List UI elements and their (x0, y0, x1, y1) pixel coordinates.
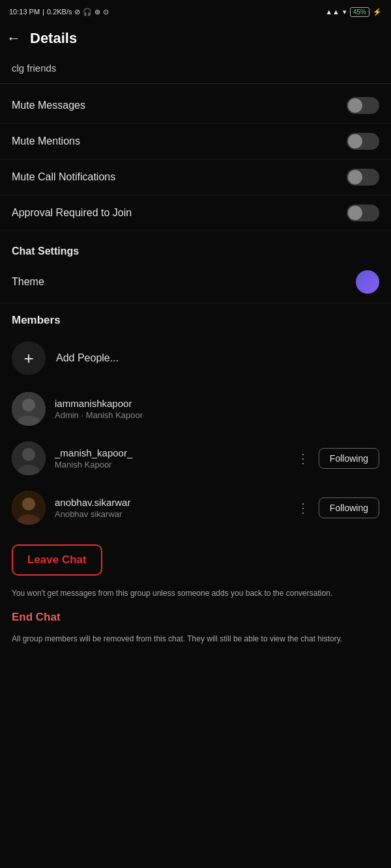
member-subtext: Manish Kapoor (55, 460, 285, 469)
theme-label: Theme (12, 276, 44, 288)
theme-row[interactable]: Theme (0, 261, 391, 303)
add-people-label: Add People... (56, 352, 119, 364)
svg-point-1 (22, 399, 35, 412)
instagram-icon: ⊙ (103, 8, 109, 16)
approval-label: Approval Required to Join (12, 207, 132, 219)
end-chat-section: End Chat (0, 599, 391, 626)
status-bar: 10:13 PM | 0.2KB/s ⊘ 🎧 ⊛ ⊙ ▲▲ ▾ 45% ⚡ (0, 0, 391, 23)
mute-messages-label: Mute Messages (12, 100, 85, 111)
back-button[interactable]: ← (7, 31, 21, 46)
end-chat-button[interactable]: End Chat (12, 611, 61, 623)
end-chat-description: All group members will be removed from t… (0, 626, 391, 645)
member-options-button[interactable]: ⋮ (294, 448, 312, 469)
avatar (12, 441, 46, 475)
avatar (12, 491, 46, 525)
member-row: iammanishkapoor Admin · Manish Kapoor (0, 384, 391, 434)
battery-icon: 45% (350, 7, 369, 17)
theme-color-indicator (356, 270, 379, 294)
member-actions: ⋮ Following (294, 448, 379, 469)
member-username: _manish_kapoor_ (55, 447, 285, 458)
member-subtext: Anobhav sikarwar (55, 509, 285, 519)
mute-mentions-row: Mute Mentions (0, 124, 391, 160)
page-title: Details (30, 30, 77, 47)
svg-point-4 (22, 448, 35, 461)
member-actions: ⋮ Following (294, 497, 379, 518)
status-left: 10:13 PM | 0.2KB/s ⊘ 🎧 ⊛ ⊙ (9, 8, 109, 16)
mute-messages-row: Mute Messages (0, 88, 391, 124)
headphone-icon: 🎧 (83, 8, 92, 16)
leave-chat-section: Leave Chat (0, 533, 391, 581)
network-icon: ⊘ (74, 8, 80, 16)
mute-calls-toggle[interactable] (347, 169, 379, 186)
member-row: _manish_kapoor_ Manish Kapoor ⋮ Followin… (0, 434, 391, 483)
status-network: | (42, 8, 44, 16)
member-username: anobhav.sikarwar (55, 497, 285, 508)
add-icon: + (12, 341, 46, 375)
settings-section: Mute Messages Mute Mentions Mute Call No… (0, 84, 391, 235)
svg-point-7 (22, 497, 35, 511)
leave-chat-description: You won't get messages from this group u… (0, 581, 391, 599)
wifi-icon: ▾ (343, 8, 347, 16)
group-name-section: clg friends (0, 56, 391, 84)
member-username: iammanishkapoor (55, 398, 379, 409)
mute-calls-row: Mute Call Notifications (0, 160, 391, 195)
member-info: anobhav.sikarwar Anobhav sikarwar (55, 497, 285, 519)
header: ← Details (0, 23, 391, 56)
members-header: Members (0, 303, 391, 332)
status-speed: 0.2KB/s (47, 8, 72, 16)
group-name: clg friends (12, 63, 56, 74)
following-button[interactable]: Following (319, 448, 379, 469)
approval-toggle[interactable] (347, 204, 379, 221)
charging-icon: ⚡ (373, 8, 382, 16)
chat-settings-header: Chat Settings (0, 235, 391, 261)
status-time: 10:13 PM (9, 8, 40, 16)
member-info: iammanishkapoor Admin · Manish Kapoor (55, 398, 379, 420)
signal-icon: ▲▲ (325, 8, 340, 16)
member-options-button[interactable]: ⋮ (294, 497, 312, 518)
following-button[interactable]: Following (319, 497, 379, 518)
leave-chat-button[interactable]: Leave Chat (12, 544, 102, 576)
member-row: anobhav.sikarwar Anobhav sikarwar ⋮ Foll… (0, 483, 391, 533)
mute-calls-label: Mute Call Notifications (12, 171, 115, 183)
mute-mentions-label: Mute Mentions (12, 135, 80, 147)
approval-row: Approval Required to Join (0, 195, 391, 231)
add-people-row[interactable]: + Add People... (0, 332, 391, 384)
avatar (12, 392, 46, 426)
mute-mentions-toggle[interactable] (347, 133, 379, 150)
mute-messages-toggle[interactable] (347, 97, 379, 114)
status-right: ▲▲ ▾ 45% ⚡ (325, 7, 382, 17)
member-subtext: Admin · Manish Kapoor (55, 410, 379, 420)
member-info: _manish_kapoor_ Manish Kapoor (55, 447, 285, 469)
messenger-icon: ⊛ (94, 8, 100, 16)
